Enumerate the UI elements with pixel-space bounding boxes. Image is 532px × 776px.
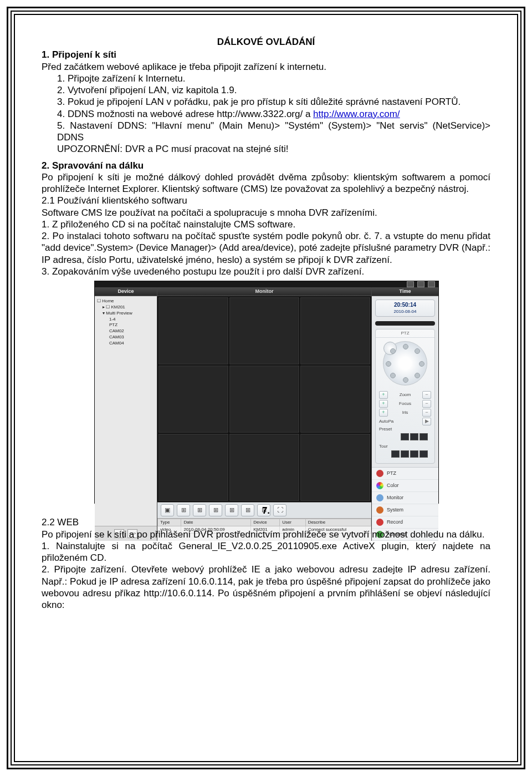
menu-item-color[interactable]: Color [372, 480, 438, 492]
device-tree[interactable]: ☐ Home ▸ ☐ KM201 ▾ Multi Preview 1-4 PTZ… [95, 296, 157, 526]
time-panel-header: Time [372, 287, 438, 296]
section-2-1-heading: 2.1 Používání klientského softwaru [42, 195, 490, 206]
tree-node-km201[interactable]: ▸ ☐ KM201 [97, 305, 155, 311]
cms-monitor-panel: Monitor ▣ ⊞ ⊞ [157, 287, 371, 541]
page-title: DÁLKOVÉ OVLÁDÁNÍ [42, 36, 490, 48]
ptz-down-icon[interactable] [403, 377, 408, 383]
ptz-panel: PTZ [375, 329, 435, 464]
focus-label: Focus [399, 401, 411, 407]
iris-plus-icon[interactable]: + [379, 409, 388, 417]
autopa-label: AutoPa [379, 419, 393, 424]
monitor-cell[interactable] [229, 366, 299, 433]
ptz-downright-icon[interactable] [415, 373, 420, 378]
ptz-menu-icon [376, 470, 383, 477]
layout-4-icon[interactable]: ⊞ [177, 504, 190, 516]
preset-btn-1[interactable] [401, 433, 409, 440]
monitor-cell[interactable] [300, 434, 370, 501]
fullscreen-icon[interactable]: ⛶ [273, 504, 287, 516]
cms-app-window: Device ☐ Home ▸ ☐ KM201 ▾ Multi Preview … [94, 281, 439, 504]
preset-btn-3[interactable] [420, 433, 428, 440]
section-1-item-2: 2. Vytvoření připojení LAN, viz kapitola… [42, 84, 490, 96]
oray-link[interactable]: http://www.oray.com/ [313, 109, 400, 119]
monitor-cell[interactable] [158, 297, 228, 364]
ptz-upleft-icon[interactable] [390, 348, 396, 354]
monitor-cell[interactable] [300, 297, 370, 364]
menu-item-system[interactable]: System [372, 504, 438, 516]
ptz-dpad [383, 341, 427, 386]
tree-node-ptz[interactable]: PTZ [97, 322, 155, 328]
tour-btn-4[interactable] [420, 450, 428, 458]
status-bar [375, 321, 435, 326]
ptz-title: PTZ [376, 329, 434, 338]
monitor-cell[interactable] [229, 297, 299, 364]
layout-1-icon[interactable]: ▣ [161, 504, 174, 516]
monitor-cell[interactable] [158, 434, 228, 501]
section-2-p4: 2. Po instalaci tohoto softwaru na počít… [42, 230, 490, 266]
section-1-item-4-text: 4. DDNS možnosti na webové adrese http:/… [57, 109, 313, 119]
tree-root[interactable]: ☐ Home [97, 298, 155, 305]
ptz-upright-icon[interactable] [415, 348, 420, 354]
menu-label-system: System [387, 507, 403, 513]
page-frame-mid: DÁLKOVÉ OVLÁDÁNÍ 1. Připojení k síti Pře… [11, 11, 521, 765]
tree-node-cam02[interactable]: CAM02 [97, 328, 155, 334]
minimize-button[interactable] [407, 281, 414, 287]
section-2-2-p3: 2. Připojte zařízení. Otevřete webový pr… [42, 564, 490, 611]
ptz-downleft-icon[interactable] [390, 373, 396, 378]
ptz-right-icon[interactable] [419, 361, 424, 367]
layout-25-icon[interactable]: ⊞ [225, 504, 238, 516]
monitor-grid[interactable] [157, 296, 371, 502]
cms-device-panel: Device ☐ Home ▸ ☐ KM201 ▾ Multi Preview … [95, 287, 157, 541]
monitor-cell[interactable] [229, 434, 299, 501]
clock-date: 2010-08-04 [376, 309, 434, 315]
focus-plus-icon[interactable]: + [379, 400, 388, 408]
ptz-left-icon[interactable] [386, 361, 391, 367]
layout-9-icon[interactable]: ⊞ [193, 504, 206, 516]
tree-node-cam03[interactable]: CAM03 [97, 334, 155, 341]
cms-time-panel: Time 20:50:14 2010-08-04 PTZ [371, 287, 438, 541]
tree-node-cam04[interactable]: CAM04 [97, 341, 155, 347]
menu-item-ptz[interactable]: PTZ [372, 468, 438, 480]
section-1-intro: Před začátkem webové aplikace je třeba p… [42, 61, 490, 73]
menu-item-monitor[interactable]: Monitor [372, 492, 438, 504]
section-1-item-4: 4. DDNS možnosti na webové adrese http:/… [42, 108, 490, 120]
monitor-panel-header: Monitor [157, 287, 371, 296]
log-col-date: Date [181, 519, 251, 526]
clock-time: 20:50:14 [376, 302, 434, 309]
section-2-heading: 2. Spravování na dálku [42, 160, 490, 171]
maximize-button[interactable] [417, 281, 424, 287]
tree-node-multipreview[interactable]: ▾ Multi Preview [97, 311, 155, 317]
monitor-cell[interactable] [158, 366, 228, 433]
section-2-p5: 3. Zopakováním výše uvedeného postupu lz… [42, 266, 490, 277]
menu-label-monitor: Monitor [387, 495, 403, 501]
zoom-label: Zoom [400, 392, 411, 398]
zoom-minus-icon[interactable]: − [422, 391, 431, 399]
section-1-item-1: 1. Připojte zařízení k Internetu. [42, 73, 490, 84]
tour-btn-2[interactable] [401, 450, 409, 458]
ptz-up-icon[interactable] [403, 344, 408, 349]
tour-btn-3[interactable] [410, 450, 418, 458]
monitor-menu-icon [376, 494, 383, 501]
iris-minus-icon[interactable]: − [422, 409, 431, 417]
iris-label: Iris [402, 410, 408, 415]
cms-titlebar [95, 281, 438, 287]
layout-36-icon[interactable]: ⊞ [241, 504, 254, 516]
tree-node-1-4[interactable]: 1-4 [97, 317, 155, 323]
zoom-plus-icon[interactable]: + [379, 391, 388, 399]
log-col-device: Device [251, 519, 280, 526]
log-col-type: Type [158, 519, 181, 526]
preset-btn-2[interactable] [410, 433, 418, 440]
tour-btn-1[interactable] [391, 450, 400, 458]
autopa-toggle-icon[interactable]: ▶ [422, 418, 431, 425]
layout-16-icon[interactable]: ⊞ [209, 504, 222, 516]
section-2-p2: Software CMS lze používat na počítači a … [42, 207, 490, 219]
focus-minus-icon[interactable]: − [422, 400, 431, 408]
monitor-cell[interactable] [300, 366, 370, 433]
page-content: DÁLKOVÉ OVLÁDÁNÍ 1. Připojení k síti Pře… [14, 14, 518, 762]
section-1-item-5-note: UPOZORNĚNÍ: DVR a PC musí pracovat na st… [42, 143, 490, 155]
clock: 20:50:14 2010-08-04 [375, 300, 435, 317]
menu-item-record[interactable]: Record [372, 516, 438, 529]
menu-label-record: Record [387, 519, 403, 525]
section-2-2-p2: 1. Nainstalujte si na počítač General_IE… [42, 540, 490, 564]
close-button[interactable] [428, 281, 435, 287]
color-menu-icon [376, 482, 383, 489]
